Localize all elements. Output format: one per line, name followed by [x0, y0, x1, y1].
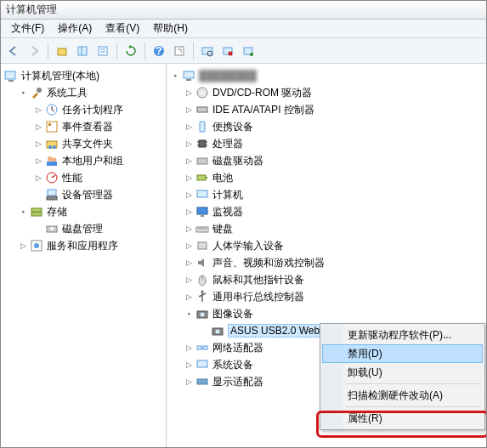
toolbar: ?: [1, 38, 486, 64]
expand-icon[interactable]: ▷: [184, 207, 194, 217]
svg-rect-27: [48, 190, 56, 196]
sound-icon: [195, 256, 209, 269]
tree-disk-mgmt[interactable]: 磁盘管理: [3, 220, 164, 237]
device-portable[interactable]: ▷便携设备: [168, 118, 484, 135]
menu-view[interactable]: 查看(V): [99, 20, 146, 37]
tree-task-scheduler[interactable]: ▷任务计划程序: [3, 101, 164, 118]
expand-icon[interactable]: ▷: [184, 105, 194, 115]
ctx-disable[interactable]: 禁用(D): [322, 344, 483, 363]
expand-icon[interactable]: ▷: [184, 377, 194, 387]
expand-icon[interactable]: ▷: [184, 190, 194, 200]
ctx-update-driver[interactable]: 更新驱动程序软件(P)...: [322, 326, 483, 344]
device-sound[interactable]: ▷声音、视频和游戏控制器: [168, 254, 484, 271]
device-keyboard[interactable]: ▷键盘: [168, 220, 484, 237]
ctx-properties[interactable]: 属性(R): [322, 409, 483, 428]
battery-icon: [195, 171, 209, 184]
expand-icon[interactable]: ▷: [33, 122, 43, 132]
collapse-icon[interactable]: ▪: [184, 309, 194, 319]
device-disk[interactable]: ▷磁盘驱动器: [168, 152, 484, 169]
help-button[interactable]: ?: [150, 42, 168, 60]
tree-services-apps[interactable]: ▷服务和应用程序: [3, 237, 164, 254]
expand-icon[interactable]: ▷: [184, 292, 194, 302]
device-computer[interactable]: ▷计算机: [168, 186, 484, 203]
scan-hardware-button[interactable]: [198, 42, 217, 60]
refresh-button[interactable]: [122, 42, 140, 60]
device-imaging[interactable]: ▪图像设备: [168, 305, 484, 322]
expand-icon[interactable]: ▷: [33, 173, 43, 183]
svg-rect-51: [201, 215, 204, 217]
svg-point-61: [216, 330, 220, 334]
ctx-uninstall[interactable]: 卸载(U): [322, 363, 483, 382]
device-root[interactable]: ▪████████: [168, 67, 484, 84]
right-tree-pane: ▪████████ ▷DVD/CD-ROM 驱动器 ▷IDE ATA/ATAPI…: [167, 64, 486, 447]
device-cpu[interactable]: ▷处理器: [168, 135, 484, 152]
tree-event-viewer[interactable]: ▷事件查看器: [3, 118, 164, 135]
tree-shared-folders[interactable]: ▷共享文件夹: [3, 135, 164, 152]
expand-icon[interactable]: ▷: [184, 241, 194, 251]
device-dvd[interactable]: ▷DVD/CD-ROM 驱动器: [168, 84, 484, 101]
menu-help[interactable]: 帮助(H): [146, 20, 195, 37]
svg-rect-52: [196, 227, 208, 232]
collapse-icon[interactable]: ▪: [18, 88, 28, 98]
menu-file[interactable]: 文件(F): [4, 20, 51, 37]
properties-toolbar-button[interactable]: [93, 42, 112, 60]
expand-icon[interactable]: ▷: [184, 122, 194, 132]
tree-performance[interactable]: ▷性能: [3, 169, 164, 186]
tools-icon: [30, 86, 43, 99]
device-ide[interactable]: ▷IDE ATA/ATAPI 控制器: [168, 101, 484, 118]
left-tree-pane: 计算机管理(本地) ▪系统工具 ▷任务计划程序 ▷事件查看器 ▷共享文件夹 ▷本…: [1, 64, 167, 447]
computer-mgmt-icon: [4, 69, 18, 82]
expand-icon[interactable]: ▷: [184, 275, 194, 285]
expand-icon[interactable]: ▷: [184, 156, 194, 166]
toolbar-separator: [144, 43, 145, 60]
collapse-icon[interactable]: ▪: [170, 71, 180, 81]
folder-share-icon: [45, 137, 59, 150]
svg-point-21: [48, 145, 52, 149]
expand-icon[interactable]: ▷: [18, 241, 28, 251]
clock-icon: [45, 103, 59, 116]
expand-icon[interactable]: ▷: [33, 156, 43, 166]
show-hide-tree-button[interactable]: [73, 42, 92, 60]
expand-icon[interactable]: ▷: [184, 343, 194, 353]
mouse-icon: [195, 273, 209, 286]
up-button[interactable]: [53, 42, 71, 60]
tree-system-tools[interactable]: ▪系统工具: [3, 84, 164, 101]
expand-icon[interactable]: ▷: [184, 258, 194, 268]
svg-point-57: [201, 291, 204, 293]
tree-root[interactable]: 计算机管理(本地): [3, 67, 164, 84]
expand-icon[interactable]: ▷: [184, 88, 194, 98]
svg-rect-48: [206, 177, 207, 179]
uninstall-toolbar-button[interactable]: [218, 42, 237, 60]
expand-icon[interactable]: ▷: [33, 139, 43, 149]
computer-node-icon: [195, 188, 209, 201]
tree-storage[interactable]: ▪存储: [3, 203, 164, 220]
expand-icon[interactable]: ▷: [184, 360, 194, 370]
svg-rect-49: [197, 190, 207, 197]
expand-icon[interactable]: ▷: [184, 139, 194, 149]
svg-point-23: [48, 156, 53, 162]
menu-action[interactable]: 操作(A): [51, 20, 99, 37]
back-button[interactable]: [4, 42, 23, 60]
svg-rect-14: [5, 71, 15, 79]
performance-icon: [45, 171, 59, 184]
collapse-icon[interactable]: ▪: [18, 207, 28, 217]
svg-point-24: [53, 158, 57, 162]
device-battery[interactable]: ▷电池: [168, 169, 484, 186]
svg-rect-1: [78, 47, 87, 55]
expand-icon[interactable]: ▷: [184, 224, 194, 234]
forward-button[interactable]: [25, 42, 43, 60]
device-monitor[interactable]: ▷监视器: [168, 203, 484, 220]
svg-rect-35: [184, 71, 194, 78]
tree-local-users[interactable]: ▷本地用户和组: [3, 152, 164, 169]
tree-device-manager[interactable]: 设备管理器: [3, 186, 164, 203]
device-mouse[interactable]: ▷鼠标和其他指针设备: [168, 271, 484, 288]
expand-icon[interactable]: ▷: [33, 105, 43, 115]
ctx-scan-hardware[interactable]: 扫描检测硬件改动(A): [322, 386, 483, 405]
storage-icon: [30, 205, 43, 218]
update-driver-toolbar-button[interactable]: [239, 42, 258, 60]
toolbar-separator: [116, 43, 117, 60]
device-hid[interactable]: ▷人体学输入设备: [168, 237, 484, 254]
device-usb[interactable]: ▷通用串行总线控制器: [168, 288, 484, 305]
export-button[interactable]: [170, 42, 189, 60]
expand-icon[interactable]: ▷: [184, 173, 194, 183]
